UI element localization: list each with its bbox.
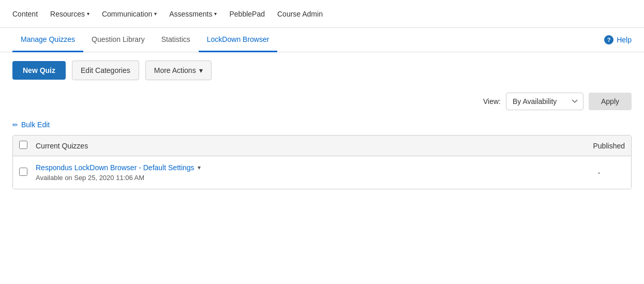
select-all-checkbox[interactable] (19, 141, 27, 149)
communication-chevron-icon: ▾ (154, 11, 157, 17)
quiz-title-link[interactable]: Respondus LockDown Browser - Default Set… (36, 163, 573, 172)
nav-assessments[interactable]: Assessments ▾ (169, 10, 217, 18)
view-row: View: By Availability By Name By Date Ap… (0, 88, 644, 118)
toolbar: New Quiz Edit Categories More Actions ▾ (0, 52, 644, 88)
tab-manage-quizzes[interactable]: Manage Quizzes (12, 28, 83, 52)
quizzes-column-header: Current Quizzes (36, 142, 573, 150)
view-label: View: (483, 97, 501, 106)
assessments-chevron-icon: ▾ (214, 11, 217, 17)
row-checkbox[interactable] (19, 168, 27, 176)
nav-communication[interactable]: Communication ▾ (102, 10, 157, 18)
tab-lockdown-browser[interactable]: LockDown Browser (199, 28, 278, 52)
apply-button[interactable]: Apply (589, 93, 632, 110)
tab-statistics[interactable]: Statistics (153, 28, 199, 52)
published-value: - (573, 169, 625, 177)
more-actions-button[interactable]: More Actions ▾ (145, 61, 212, 80)
tab-group: Manage Quizzes Question Library Statisti… (12, 28, 604, 52)
pencil-icon: ✏ (12, 121, 18, 129)
quiz-dropdown-icon[interactable]: ▾ (198, 164, 201, 171)
row-checkbox-cell (19, 168, 36, 177)
top-navigation: Content Resources ▾ Communication ▾ Asse… (0, 0, 644, 28)
table-header: Current Quizzes Published (13, 136, 631, 156)
nav-content[interactable]: Content (12, 10, 38, 18)
sub-navigation: Manage Quizzes Question Library Statisti… (0, 28, 644, 52)
help-icon: ? (604, 35, 613, 44)
header-checkbox-cell (19, 141, 36, 151)
bulk-edit-button[interactable]: ✏ Bulk Edit (12, 121, 50, 129)
view-select[interactable]: By Availability By Name By Date (506, 93, 583, 110)
table-row: Respondus LockDown Browser - Default Set… (13, 156, 631, 189)
tab-question-library[interactable]: Question Library (83, 28, 153, 52)
bulk-edit-row: ✏ Bulk Edit (0, 118, 644, 135)
quiz-availability: Available on Sep 25, 2020 11:06 AM (36, 174, 573, 182)
row-content: Respondus LockDown Browser - Default Set… (36, 163, 573, 182)
nav-resources[interactable]: Resources ▾ (50, 10, 89, 18)
resources-chevron-icon: ▾ (87, 11, 89, 17)
published-column-header: Published (573, 142, 625, 150)
quiz-table: Current Quizzes Published Respondus Lock… (12, 135, 632, 189)
new-quiz-button[interactable]: New Quiz (12, 61, 66, 80)
more-actions-chevron-icon: ▾ (199, 66, 203, 74)
edit-categories-button[interactable]: Edit Categories (72, 61, 139, 80)
help-button[interactable]: ? Help (604, 28, 632, 52)
nav-pebblepad[interactable]: PebblePad (229, 10, 265, 18)
nav-course-admin[interactable]: Course Admin (277, 10, 323, 18)
